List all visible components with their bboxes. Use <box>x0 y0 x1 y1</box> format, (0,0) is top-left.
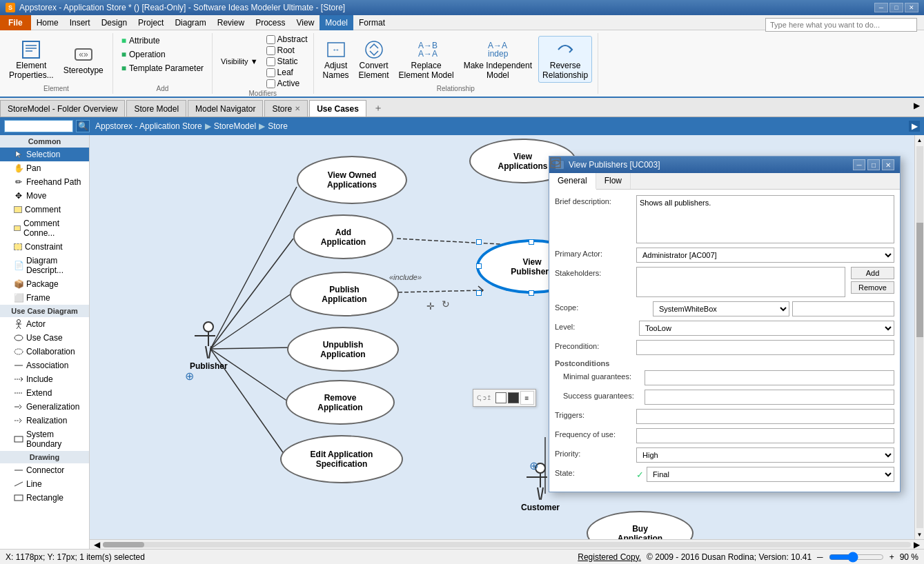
active-checkbox[interactable] <box>266 79 275 88</box>
zoom-increase-button[interactable]: + <box>889 552 894 562</box>
search-input[interactable] <box>765 18 917 32</box>
static-checkbox[interactable] <box>266 57 275 66</box>
breadcrumb-search-button[interactable]: 🔍 <box>76 120 90 132</box>
state-select[interactable]: Final <box>647 467 894 482</box>
panel-item-package[interactable]: 📦 Package <box>0 277 89 291</box>
panel-item-constraint[interactable]: Constraint <box>0 240 89 254</box>
abstract-checkbox-label[interactable]: Abstract <box>266 34 308 44</box>
panel-item-freehand[interactable]: ✏ Freehand Path <box>0 175 89 189</box>
usecase-edit-app-spec[interactable]: Edit ApplicationSpecification <box>280 435 403 483</box>
make-independent-model-button[interactable]: A→Aindep Make IndependentModel <box>460 37 535 82</box>
tab-model-navigator[interactable]: Model Navigator <box>188 100 263 117</box>
triggers-input[interactable] <box>636 409 894 424</box>
leaf-checkbox-label[interactable]: Leaf <box>266 68 308 77</box>
operation-button[interactable]: ■ Operation <box>119 48 168 61</box>
float-swatch-white[interactable] <box>495 392 507 403</box>
template-param-button[interactable]: ■ Template Parameter <box>119 62 206 74</box>
breadcrumb-storemodel[interactable]: StoreModel <box>214 121 256 131</box>
panel-item-collaboration[interactable]: Collaboration <box>0 345 89 359</box>
scroll-down-button[interactable]: ▼ <box>915 530 925 539</box>
usecase-publish-application[interactable]: PublishApplication <box>290 272 399 316</box>
priority-select[interactable]: High <box>636 447 894 463</box>
tab-expand-button[interactable]: ▶ <box>914 101 920 110</box>
float-toolbar-lines-button[interactable]: ≡ <box>520 391 534 405</box>
usecase-add-application[interactable]: AddApplication <box>293 214 393 259</box>
breadcrumb-search-input[interactable] <box>4 120 73 132</box>
menu-diagram[interactable]: Diagram <box>169 15 211 30</box>
root-checkbox-label[interactable]: Root <box>266 46 308 55</box>
scroll-track-v[interactable] <box>916 146 923 528</box>
usecase-buy-application[interactable]: BuyApplication <box>587 511 694 539</box>
panel-item-move[interactable]: ✥ Move <box>0 189 89 203</box>
menu-view[interactable]: View <box>291 15 320 30</box>
zoom-slider[interactable] <box>829 552 884 563</box>
tab-store-model[interactable]: Store Model <box>126 100 186 117</box>
add-element-button-1[interactable]: ⊕ <box>185 370 194 383</box>
scroll-left-button[interactable]: ◀ <box>91 540 103 550</box>
panel-item-extend[interactable]: Extend <box>0 386 89 400</box>
root-checkbox[interactable] <box>266 46 275 55</box>
usecase-view-owned-applications[interactable]: View OwnedApplications <box>297 156 407 204</box>
props-minimize-button[interactable]: ─ <box>853 159 865 170</box>
panel-item-rectangle[interactable]: Rectangle <box>0 491 89 505</box>
active-checkbox-label[interactable]: Active <box>266 79 308 88</box>
scope-select[interactable]: SystemWhiteBox <box>653 301 789 316</box>
tab-store-close[interactable]: ✕ <box>295 105 300 112</box>
attribute-button[interactable]: ■ Attribute <box>119 34 163 47</box>
add-tab-button[interactable]: ＋ <box>368 100 389 117</box>
stereotype-button[interactable]: «» Stereotype <box>60 41 107 77</box>
reverse-relationship-button[interactable]: ReverseRelationship <box>538 36 592 83</box>
visibility-dropdown-button[interactable]: Visibility ▼ <box>218 56 260 67</box>
scroll-track-h[interactable] <box>103 542 911 547</box>
breadcrumb-store[interactable]: Store <box>268 121 288 131</box>
breadcrumb-appstorex[interactable]: Appstorex - Application Store <box>95 121 202 131</box>
panel-item-frame[interactable]: ⬜ Frame <box>0 291 89 305</box>
canvas[interactable]: View OwnedApplications AddApplication Pu… <box>90 135 914 539</box>
panel-item-diagram-desc[interactable]: 📄 Diagram Descript... <box>0 254 89 277</box>
stakeholders-list[interactable] <box>636 267 845 297</box>
abstract-checkbox[interactable] <box>266 35 275 44</box>
stakeholders-add-button[interactable]: Add <box>851 267 894 279</box>
scroll-thumb-h[interactable] <box>103 542 144 547</box>
actor-publisher[interactable]: Publisher <box>190 321 228 371</box>
static-checkbox-label[interactable]: Static <box>266 57 308 66</box>
panel-item-association[interactable]: Association <box>0 359 89 372</box>
minimize-button[interactable]: ─ <box>874 3 888 12</box>
panel-item-usecase[interactable]: Use Case <box>0 331 89 345</box>
panel-item-system-boundary[interactable]: System Boundary <box>0 427 89 451</box>
menu-insert[interactable]: Insert <box>64 15 96 30</box>
props-tab-general[interactable]: General <box>549 173 596 190</box>
precondition-input[interactable] <box>636 340 894 355</box>
minimal-guarantees-input[interactable] <box>645 370 894 385</box>
panel-item-comment-conn[interactable]: Comment Conne... <box>0 216 89 240</box>
diagram-scroll-right[interactable]: ▲ ▼ <box>914 135 924 539</box>
panel-item-connector[interactable]: Connector <box>0 463 89 477</box>
panel-item-comment[interactable]: Comment <box>0 203 89 216</box>
zoom-decrease-button[interactable]: ─ <box>817 552 823 562</box>
leaf-checkbox[interactable] <box>266 68 275 77</box>
menu-process[interactable]: Process <box>250 15 291 30</box>
adjust-names-button[interactable]: ↔ AdjustNames <box>320 37 353 82</box>
canvas-scroll-h[interactable]: ◀ ▶ <box>90 539 924 549</box>
scope-text-input[interactable] <box>792 301 894 316</box>
level-select[interactable]: TooLow <box>639 321 894 336</box>
float-swatch-black[interactable] <box>508 392 519 403</box>
stakeholders-remove-button[interactable]: Remove <box>851 281 894 294</box>
panel-item-pan[interactable]: ✋ Pan <box>0 161 89 175</box>
convert-element-button[interactable]: ConvertElement <box>355 37 393 82</box>
menu-file[interactable]: File <box>0 15 31 30</box>
tab-storemodel-folder[interactable]: StoreModel - Folder Overview <box>0 100 125 117</box>
panel-item-realization[interactable]: Realization <box>0 414 89 427</box>
usecase-unpublish-application[interactable]: UnpublishApplication <box>287 327 399 372</box>
scroll-thumb-v[interactable] <box>916 223 923 337</box>
scroll-right-button[interactable]: ▶ <box>911 540 923 550</box>
scroll-up-button[interactable]: ▲ <box>915 135 925 145</box>
usecase-remove-application[interactable]: RemoveApplication <box>286 380 395 425</box>
panel-item-line[interactable]: Line <box>0 477 89 491</box>
props-close-button[interactable]: ✕ <box>882 159 894 170</box>
tab-use-cases[interactable]: Use Cases <box>309 100 366 117</box>
menu-model[interactable]: Model <box>320 15 353 30</box>
panel-item-include[interactable]: Include <box>0 372 89 386</box>
title-bar-buttons[interactable]: ─ □ ✕ <box>874 3 918 12</box>
close-button[interactable]: ✕ <box>905 3 918 12</box>
